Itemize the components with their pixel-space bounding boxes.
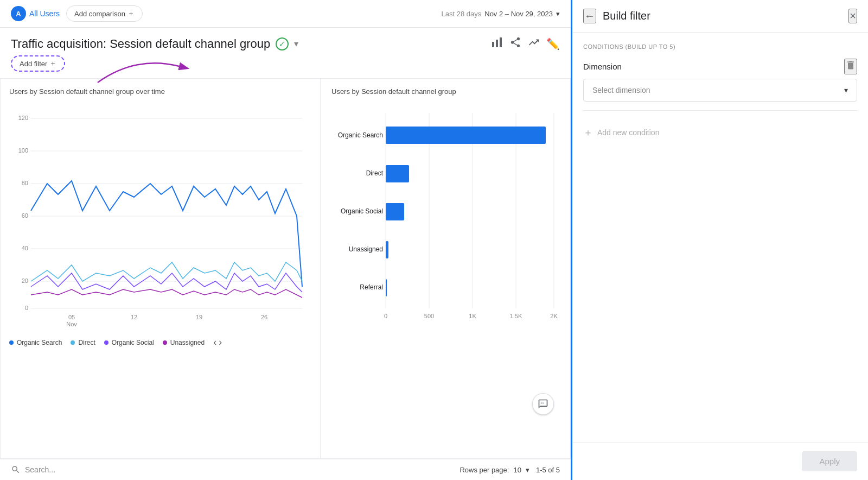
legend-dot-organic-social [104, 340, 108, 345]
panel-header: ← Build filter × [572, 0, 868, 33]
add-comparison-button[interactable]: Add comparison ＋ [66, 5, 143, 22]
svg-text:80: 80 [22, 180, 28, 186]
title-dropdown-chevron[interactable]: ▾ [294, 39, 298, 49]
check-icon: ✓ [276, 37, 289, 50]
svg-text:40: 40 [22, 245, 28, 251]
legend-prev-arrow[interactable]: ‹ [213, 337, 216, 348]
legend-label-direct: Direct [78, 339, 95, 346]
legend-unassigned: Unassigned [163, 339, 205, 346]
svg-text:1K: 1K [469, 313, 476, 319]
date-range-selector[interactable]: Last 28 days Nov 2 – Nov 29, 2023 ▾ [442, 10, 560, 18]
chevron-down-icon: ▾ [556, 10, 560, 18]
svg-text:Direct: Direct [366, 169, 384, 177]
dropdown-chevron-icon: ▾ [844, 86, 848, 94]
svg-text:19: 19 [196, 314, 202, 320]
legend-organic-search: Organic Search [9, 339, 62, 346]
legend-dot-unassigned [163, 340, 167, 345]
panel-title: Build filter [603, 10, 650, 22]
legend-label-organic-search: Organic Search [17, 339, 62, 346]
add-condition-button[interactable]: ＋ Add new condition [583, 119, 857, 146]
select-placeholder: Select dimension [592, 86, 650, 94]
dimension-row: Dimension [583, 59, 857, 74]
report-title-text: Traffic acquisition: Session default cha… [11, 37, 270, 51]
svg-text:Unassigned: Unassigned [349, 245, 383, 253]
all-users-button[interactable]: A All Users [11, 6, 60, 21]
chart-section: Users by Session default channel group o… [0, 78, 571, 459]
add-comparison-label: Add comparison [74, 10, 125, 18]
search-area[interactable]: Search... [11, 465, 55, 475]
legend-dot-direct [71, 340, 75, 345]
bottom-bar: Search... Rows per page: 10 ▾ 1-5 of 5 [0, 459, 571, 480]
svg-text:60: 60 [22, 212, 28, 219]
report-header: Traffic acquisition: Session default cha… [0, 28, 571, 55]
panel-divider [583, 110, 857, 111]
line-chart: 120 100 80 60 40 20 0 05 Nov 12 19 26 [9, 102, 313, 336]
svg-rect-33 [386, 127, 546, 144]
svg-text:1.5K: 1.5K [510, 313, 522, 319]
rows-per-page-value: 10 [513, 466, 521, 474]
date-prefix: Last 28 days [442, 10, 482, 18]
chart-annotation-button[interactable] [532, 393, 554, 415]
build-filter-panel: ← Build filter × CONDITIONS (BUILD UP TO… [571, 0, 868, 480]
trend-icon[interactable] [528, 36, 540, 51]
date-range-value: Nov 2 – Nov 29, 2023 [484, 10, 553, 18]
legend-dot-organic-search [9, 340, 14, 345]
search-icon [11, 465, 21, 475]
panel-close-button[interactable]: × [848, 9, 857, 23]
rows-per-page-label: Rows per page: [459, 466, 509, 474]
svg-text:20: 20 [22, 277, 28, 284]
svg-rect-0 [492, 42, 494, 47]
svg-text:Organic Search: Organic Search [338, 131, 383, 139]
legend-nav-arrows: ‹ › [213, 337, 222, 348]
report-actions: ✏️ [491, 36, 560, 51]
legend-next-arrow[interactable]: › [219, 337, 222, 348]
edit-icon[interactable]: ✏️ [546, 37, 560, 50]
svg-text:12: 12 [131, 314, 137, 320]
legend-organic-social: Organic Social [104, 339, 154, 346]
svg-text:Nov: Nov [66, 321, 77, 327]
panel-body: CONDITIONS (BUILD UP TO 5) Dimension Sel… [572, 33, 868, 442]
svg-rect-35 [386, 203, 404, 220]
chart-icon[interactable] [491, 36, 503, 51]
svg-text:Organic Social: Organic Social [341, 207, 383, 215]
svg-rect-36 [386, 241, 388, 258]
svg-rect-34 [386, 165, 409, 182]
add-condition-label: Add new condition [597, 128, 659, 137]
svg-text:500: 500 [424, 313, 434, 319]
dimension-select-dropdown[interactable]: Select dimension ▾ [583, 79, 857, 102]
dimension-label: Dimension [583, 62, 622, 71]
svg-text:0: 0 [384, 313, 387, 319]
left-chart-title: Users by Session default channel group o… [9, 87, 320, 96]
legend-direct: Direct [71, 339, 95, 346]
add-condition-plus-icon: ＋ [583, 126, 593, 139]
panel-back-button[interactable]: ← [583, 9, 596, 23]
avatar: A [11, 6, 26, 21]
svg-rect-37 [386, 279, 387, 296]
conditions-label: CONDITIONS (BUILD UP TO 5) [583, 43, 857, 50]
all-users-label: All Users [29, 9, 60, 18]
rows-per-page: Rows per page: 10 ▾ [459, 466, 529, 474]
add-filter-button[interactable]: Add filter ＋ [11, 55, 65, 72]
svg-rect-1 [496, 40, 498, 47]
bar-chart: Organic Search Direct Organic Social Una… [331, 102, 559, 336]
share-icon[interactable] [509, 36, 521, 51]
svg-text:26: 26 [261, 314, 267, 320]
apply-button[interactable]: Apply [802, 451, 857, 471]
panel-footer: Apply [572, 442, 868, 480]
svg-rect-44 [542, 403, 544, 404]
plus-icon: ＋ [127, 9, 135, 18]
rows-chevron-icon[interactable]: ▾ [526, 466, 529, 474]
add-filter-plus-icon: ＋ [49, 59, 56, 68]
svg-text:100: 100 [18, 147, 28, 154]
delete-dimension-button[interactable] [844, 59, 857, 74]
svg-rect-2 [500, 37, 502, 47]
svg-text:120: 120 [18, 115, 28, 121]
svg-rect-43 [541, 403, 542, 404]
right-chart-title: Users by Session default channel group [331, 87, 570, 96]
svg-text:0: 0 [25, 305, 28, 311]
legend-label-organic-social: Organic Social [112, 339, 154, 346]
legend-label-unassigned: Unassigned [170, 339, 205, 346]
svg-text:2K: 2K [550, 313, 558, 319]
search-placeholder: Search... [25, 465, 55, 474]
filter-bar: Add filter ＋ [0, 55, 571, 78]
